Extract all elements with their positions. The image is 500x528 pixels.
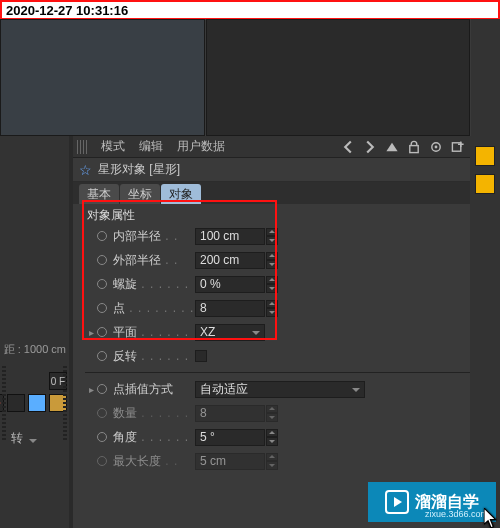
timeline-icons: 0 F 转 <box>0 372 69 447</box>
input-points[interactable]: 8 <box>195 300 265 317</box>
grip-icon[interactable] <box>77 140 89 154</box>
bookmark-1[interactable] <box>475 146 495 166</box>
bullet-icon <box>97 303 107 313</box>
row-points: 点 . . . . . . . . 8 <box>85 296 470 320</box>
input-number: 8 <box>195 405 265 422</box>
input-twist[interactable]: 0 % <box>195 276 265 293</box>
watermark-text: 溜溜自学 <box>415 494 479 510</box>
tab-object[interactable]: 对象 <box>161 184 201 204</box>
chevron-right-icon[interactable]: ▸ <box>85 327 97 338</box>
label-points: 点 <box>113 301 125 315</box>
object-title: 星形对象 [星形] <box>98 161 180 178</box>
svg-point-2 <box>435 145 438 148</box>
nav-up-icon[interactable] <box>384 139 400 155</box>
row-inner-radius: 内部半径 . . 100 cm <box>85 224 470 248</box>
attributes-panel: 模式 编辑 用户数据 ☆ 星形对象 [星形] 基本 坐标 对象 对象属性 <box>73 136 470 528</box>
spinner-number <box>266 405 278 422</box>
checkbox-reverse[interactable] <box>195 350 207 362</box>
spinner-inner-radius[interactable] <box>266 228 278 245</box>
row-outer-radius: 外部半径 . . 200 cm <box>85 248 470 272</box>
spinner-angle[interactable] <box>266 429 278 446</box>
nav-back-icon[interactable] <box>340 139 356 155</box>
label-reverse: 反转 <box>113 349 137 363</box>
bullet-icon <box>97 279 107 289</box>
mouse-cursor-icon <box>484 508 498 528</box>
row-plane: ▸ 平面 . . . . . . XZ <box>85 320 470 344</box>
rotation-label[interactable]: 转 <box>7 430 67 447</box>
datetime-bar: 2020-12-27 10:31:16 <box>0 0 500 19</box>
side-bookmarks <box>470 136 500 528</box>
tab-basic[interactable]: 基本 <box>79 184 119 204</box>
menu-mode[interactable]: 模式 <box>95 138 131 155</box>
datetime-text: 2020-12-27 10:31:16 <box>6 3 128 18</box>
viewport-side <box>471 19 500 136</box>
spinner-points[interactable] <box>266 300 278 317</box>
attr-menubar: 模式 编辑 用户数据 <box>73 136 470 158</box>
viewport-area <box>0 19 500 136</box>
bullet-icon <box>97 408 107 418</box>
new-tab-icon[interactable] <box>450 139 466 155</box>
row-reverse: 反转 . . . . . . <box>85 344 470 368</box>
viewport-panel[interactable] <box>206 19 470 136</box>
object-title-row: ☆ 星形对象 [星形] <box>73 158 470 182</box>
dropdown-plane[interactable]: XZ <box>195 324 265 341</box>
menu-userdata[interactable]: 用户数据 <box>171 138 231 155</box>
attr-tabs: 基本 坐标 对象 <box>73 182 470 204</box>
label-interp: 点插值方式 <box>113 382 173 396</box>
section-object-properties: 对象属性 <box>85 206 470 224</box>
label-number: 数量 <box>113 406 137 420</box>
lock-icon[interactable] <box>406 139 422 155</box>
watermark: 溜溜自学 zixue.3d66.com <box>368 482 496 522</box>
label-twist: 螺旋 <box>113 277 137 291</box>
bullet-icon <box>97 327 107 337</box>
menu-edit[interactable]: 编辑 <box>133 138 169 155</box>
chevron-right-icon[interactable]: ▸ <box>85 384 97 395</box>
label-inner-radius: 内部半径 <box>113 229 161 243</box>
watermark-sub: zixue.3d66.com <box>425 509 488 519</box>
star-icon: ☆ <box>79 162 92 178</box>
label-plane: 平面 <box>113 325 137 339</box>
bullet-icon <box>97 351 107 361</box>
row-maxlen: 最大长度 . . 5 cm <box>85 449 470 473</box>
dots-icon[interactable] <box>7 394 25 412</box>
dropdown-interp[interactable]: 自动适应 <box>195 381 365 398</box>
nav-fwd-icon[interactable] <box>362 139 378 155</box>
input-outer-radius[interactable]: 200 cm <box>195 252 265 269</box>
spinner-outer-radius[interactable] <box>266 252 278 269</box>
input-angle[interactable]: 5 ° <box>195 429 265 446</box>
film-icon[interactable] <box>49 394 67 412</box>
bullet-icon <box>97 432 107 442</box>
svg-rect-0 <box>410 145 418 152</box>
input-inner-radius[interactable]: 100 cm <box>195 228 265 245</box>
spinner-maxlen <box>266 453 278 470</box>
row-interp: ▸ 点插值方式 自动适应 <box>85 377 470 401</box>
left-panel <box>0 136 69 528</box>
label-maxlen: 最大长度 <box>113 454 161 468</box>
bullet-icon <box>97 384 107 394</box>
bullet-icon <box>97 456 107 466</box>
bookmark-2[interactable] <box>475 174 495 194</box>
row-twist: 螺旋 . . . . . . 0 % <box>85 272 470 296</box>
viewport-3d[interactable] <box>0 19 205 136</box>
spinner-twist[interactable] <box>266 276 278 293</box>
bullet-icon <box>97 231 107 241</box>
row-number: 数量 . . . . . . 8 <box>85 401 470 425</box>
label-angle: 角度 <box>113 430 137 444</box>
bullet-icon <box>97 255 107 265</box>
row-angle: 角度 . . . . . . 5 ° <box>85 425 470 449</box>
label-outer-radius: 外部半径 <box>113 253 161 267</box>
separator <box>85 372 470 373</box>
target-icon[interactable] <box>428 139 444 155</box>
distance-readout: 距 : 1000 cm <box>0 342 69 360</box>
selection-icon[interactable] <box>28 394 46 412</box>
play-icon <box>385 490 409 514</box>
tab-coord[interactable]: 坐标 <box>120 184 160 204</box>
input-maxlen: 5 cm <box>195 453 265 470</box>
